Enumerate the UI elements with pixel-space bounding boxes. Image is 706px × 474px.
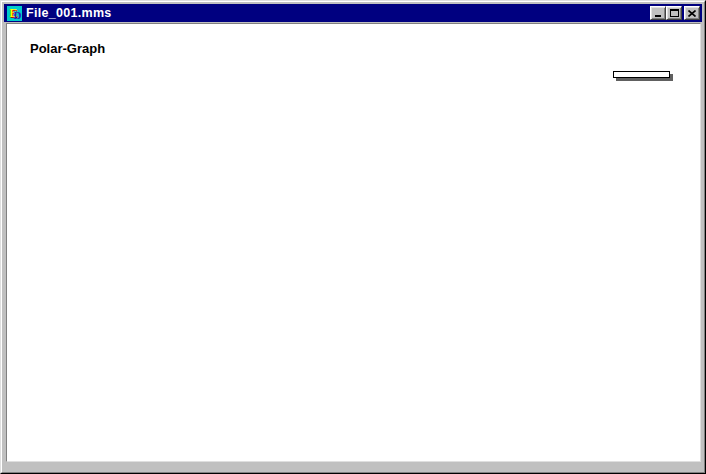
polar-graph: [1, 1, 706, 474]
page-title: Polar-Graph: [30, 41, 105, 56]
legend-box: [613, 71, 670, 78]
app-window: E E D File_001.mms Polar-Graph: [0, 0, 706, 474]
